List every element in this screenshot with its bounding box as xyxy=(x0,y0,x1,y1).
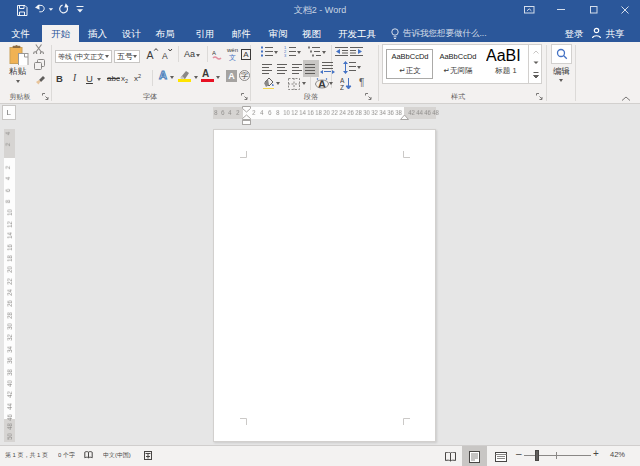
svg-text:Z: Z xyxy=(340,84,344,90)
svg-text:A: A xyxy=(212,50,216,56)
svg-text:A: A xyxy=(147,49,154,61)
svg-text:3: 3 xyxy=(284,53,287,57)
svg-text:A: A xyxy=(162,51,168,61)
svg-text:A: A xyxy=(340,77,345,84)
